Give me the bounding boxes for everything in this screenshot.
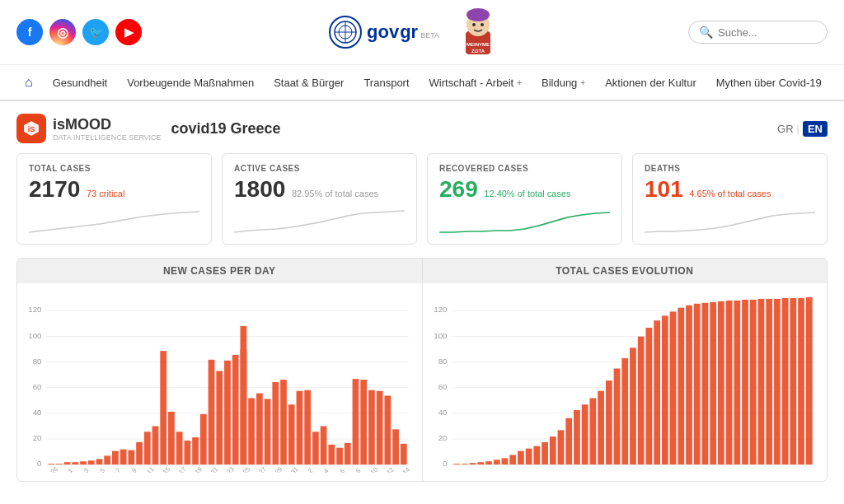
svg-text:60: 60 <box>438 382 447 391</box>
svg-rect-136 <box>661 315 668 464</box>
stat-label-total: TOTAL CASES <box>29 164 199 173</box>
svg-rect-59 <box>297 391 303 464</box>
nav-mythen[interactable]: Mythen über Covid-19 <box>708 67 830 99</box>
stat-card-total: TOTAL CASES 2170 73 critical <box>16 153 212 245</box>
svg-rect-71 <box>392 429 399 464</box>
svg-rect-69 <box>377 391 383 464</box>
govgr-text: gov <box>367 21 399 43</box>
svg-rect-125 <box>574 410 580 464</box>
svg-text:Mar 11: Mar 11 <box>136 465 155 473</box>
svg-rect-72 <box>401 444 407 464</box>
search-bar[interactable]: 🔍 <box>688 21 828 44</box>
svg-rect-62 <box>321 426 327 464</box>
chart-total-evolution-title: TOTAL CASES EVOLUTION <box>423 259 828 283</box>
govgr-logo[interactable]: gov gr BETA <box>329 16 439 49</box>
youtube-icon[interactable]: ▶ <box>115 19 142 45</box>
lang-en[interactable]: EN <box>803 121 828 137</box>
svg-text:Mar 1: Mar 1 <box>58 467 74 473</box>
svg-rect-126 <box>581 404 588 464</box>
svg-rect-121 <box>542 442 548 464</box>
nav-transport[interactable]: Transport <box>355 67 417 99</box>
ismood-header: iS isMOOD DATA INTELLIGENCE SERVICE covi… <box>16 114 828 143</box>
svg-rect-42 <box>168 412 175 464</box>
svg-rect-132 <box>630 348 636 464</box>
svg-text:Mar 23: Mar 23 <box>216 465 235 473</box>
stat-sub-deaths: 4.65% of total cases <box>689 189 771 198</box>
svg-text:Mar 5: Mar 5 <box>89 467 106 473</box>
svg-text:Mar 31: Mar 31 <box>280 465 299 473</box>
svg-rect-123 <box>557 430 564 464</box>
evolution-chart-area: 0 20 40 60 80 100 120 <box>433 292 818 473</box>
svg-rect-30 <box>72 462 78 464</box>
svg-text:Apr 2: Apr 2 <box>298 467 314 473</box>
svg-rect-110 <box>453 464 460 464</box>
svg-text:20: 20 <box>438 433 447 442</box>
facebook-icon[interactable]: f <box>16 19 43 45</box>
svg-rect-133 <box>637 337 644 465</box>
twitter-icon[interactable]: 🐦 <box>82 19 109 45</box>
svg-rect-44 <box>184 441 190 464</box>
svg-rect-131 <box>621 358 628 464</box>
svg-rect-143 <box>717 301 724 464</box>
svg-rect-134 <box>645 328 652 464</box>
svg-text:0: 0 <box>443 459 448 468</box>
svg-rect-67 <box>360 380 367 464</box>
stat-number-deaths: 101 <box>645 176 683 202</box>
chart-new-cases-title: NEW CASES PER DAY <box>17 259 422 283</box>
svg-rect-112 <box>469 463 476 464</box>
svg-rect-52 <box>241 326 247 464</box>
svg-text:Apr 14: Apr 14 <box>393 465 412 473</box>
svg-text:40: 40 <box>438 408 447 417</box>
chart-total-evolution: TOTAL CASES EVOLUTION 0 20 40 60 80 100 … <box>423 259 828 481</box>
svg-rect-31 <box>80 461 87 464</box>
svg-text:120: 120 <box>434 305 448 314</box>
nav-staat[interactable]: Staat & Bürger <box>265 67 352 99</box>
govgr-gr: gr <box>400 21 418 43</box>
nav-wirtschaft[interactable]: Wirtschaft - Arbeit + <box>421 67 530 99</box>
svg-rect-37 <box>128 450 134 464</box>
svg-rect-58 <box>288 404 295 464</box>
svg-rect-47 <box>209 360 215 464</box>
svg-rect-149 <box>766 299 772 464</box>
stat-number-active: 1800 <box>234 176 285 202</box>
svg-rect-43 <box>176 432 183 464</box>
nav-vorbeugende[interactable]: Vorbeugende Maßnahmen <box>119 67 262 99</box>
svg-rect-129 <box>605 380 612 464</box>
instagram-icon[interactable]: ◎ <box>49 19 76 45</box>
ismood-subtext: DATA INTELLIGENCE SERVICE <box>53 133 162 142</box>
svg-rect-54 <box>256 394 263 464</box>
svg-rect-49 <box>224 361 231 464</box>
svg-rect-57 <box>280 380 287 464</box>
stats-row: TOTAL CASES 2170 73 critical ACTIVE CASE… <box>16 153 828 245</box>
svg-rect-45 <box>192 437 199 464</box>
stat-label-recovered: RECOVERED CASES <box>439 164 610 173</box>
search-input[interactable] <box>718 26 817 39</box>
lang-gr[interactable]: GR <box>777 123 794 135</box>
chart-new-cases: NEW CASES PER DAY 0 20 40 60 80 100 120 <box>17 259 423 481</box>
svg-rect-48 <box>216 371 223 464</box>
svg-text:40: 40 <box>33 408 42 417</box>
svg-text:0: 0 <box>37 459 42 468</box>
nav-gesundheit[interactable]: Gesundheit <box>45 67 116 99</box>
charts-row: NEW CASES PER DAY 0 20 40 60 80 100 120 <box>16 258 828 482</box>
svg-text:Apr 8: Apr 8 <box>346 467 362 473</box>
svg-point-9 <box>472 23 476 26</box>
svg-text:Mar 7: Mar 7 <box>106 467 122 473</box>
svg-rect-150 <box>774 299 781 464</box>
svg-rect-70 <box>384 396 391 465</box>
govgr-emblem <box>329 16 362 49</box>
nav-aktionen[interactable]: Aktionen der Kultur <box>597 67 705 99</box>
svg-rect-145 <box>734 301 740 464</box>
covid-title: covid19 Greece <box>171 120 281 138</box>
nav-home[interactable]: ⌂ <box>16 65 41 100</box>
nav-bildung[interactable]: Bildung + <box>533 67 593 99</box>
svg-point-10 <box>481 23 484 26</box>
svg-text:Mar 27: Mar 27 <box>248 465 267 473</box>
svg-text:80: 80 <box>33 357 42 366</box>
svg-rect-139 <box>686 306 692 464</box>
svg-rect-64 <box>336 448 343 464</box>
svg-rect-120 <box>533 446 540 464</box>
svg-text:Mar 17: Mar 17 <box>168 465 187 473</box>
svg-rect-114 <box>485 461 492 464</box>
svg-rect-115 <box>493 460 499 464</box>
